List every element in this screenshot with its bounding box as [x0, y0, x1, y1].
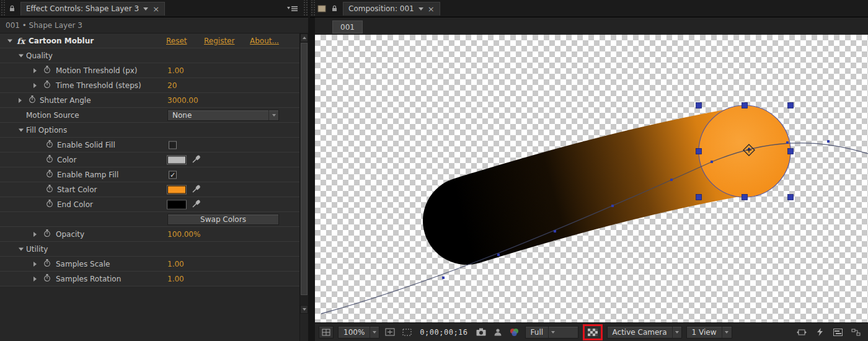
stopwatch-icon[interactable] — [43, 259, 51, 269]
reset-link[interactable]: Reset — [166, 37, 187, 45]
param-value[interactable]: 1.00 — [167, 66, 184, 75]
param-row-samples-rotation: Samples Rotation 1.00 — [0, 272, 299, 286]
scrollbar-track[interactable] — [300, 42, 308, 305]
panel-drag-gripper-right[interactable] — [303, 0, 308, 17]
stopwatch-icon[interactable] — [46, 155, 53, 165]
param-label: Motion Threshold (px) — [56, 66, 138, 75]
panel-divider[interactable] — [308, 0, 315, 341]
tab-effect-controls[interactable]: Effect Controls: Shape Layer 3 × — [20, 2, 165, 16]
lock-icon[interactable] — [6, 2, 18, 15]
stopwatch-icon[interactable] — [29, 95, 36, 105]
tab-title: Composition: 001 — [348, 4, 414, 13]
stopwatch-icon[interactable] — [43, 81, 51, 91]
close-icon[interactable]: × — [428, 5, 435, 13]
viewer-tab-strip: 001 — [315, 17, 868, 35]
eyedropper-icon[interactable] — [192, 185, 201, 195]
tab-dropdown-icon[interactable] — [418, 7, 423, 11]
scroll-up-button[interactable] — [300, 33, 308, 42]
twirl-closed-icon[interactable] — [33, 68, 37, 73]
chevron-down-icon[interactable] — [672, 327, 681, 338]
fast-previews-icon[interactable] — [813, 326, 826, 339]
twirl-closed-icon[interactable] — [33, 83, 37, 88]
effect-controls-scrollbar[interactable] — [299, 33, 308, 341]
close-icon[interactable]: × — [153, 5, 159, 13]
param-label: Color — [57, 156, 76, 164]
tab-title: Effect Controls: Shape Layer 3 — [26, 4, 139, 13]
param-value[interactable]: 1.00 — [167, 275, 184, 283]
stopwatch-icon[interactable] — [43, 66, 51, 76]
chevron-down-icon[interactable] — [722, 327, 731, 338]
scroll-down-button[interactable] — [300, 305, 308, 314]
twirl-closed-icon[interactable] — [19, 98, 22, 103]
twirl-closed-icon[interactable] — [33, 262, 37, 267]
about-link[interactable]: About... — [250, 37, 279, 45]
param-label: Samples Scale — [56, 260, 110, 268]
composition-viewport[interactable] — [315, 35, 868, 322]
param-row-color: Color — [0, 153, 299, 167]
end-color-swatch[interactable] — [167, 200, 186, 208]
timeline-icon[interactable] — [831, 326, 844, 339]
stopwatch-icon[interactable] — [43, 274, 51, 284]
swap-colors-button[interactable]: Swap Colors — [167, 214, 279, 225]
twirl-closed-icon[interactable] — [33, 232, 37, 237]
effect-header-row: fx Cartoon Moblur Reset Register About..… — [0, 33, 299, 48]
safe-margins-icon[interactable] — [384, 326, 396, 339]
panel-drag-gripper[interactable] — [310, 0, 316, 17]
view-layout-dropdown[interactable]: 1 View — [686, 326, 732, 339]
grid-options-icon[interactable] — [319, 326, 334, 339]
stopwatch-icon[interactable] — [46, 140, 53, 150]
toggle-transparency-grid-icon[interactable] — [585, 326, 601, 339]
scrollbar-thumb[interactable] — [301, 43, 308, 295]
resolution-value: Full — [526, 328, 549, 337]
effect-properties-list: fx Cartoon Moblur Reset Register About..… — [0, 33, 299, 341]
eyedropper-icon[interactable] — [192, 155, 201, 165]
stopwatch-icon[interactable] — [46, 170, 53, 180]
current-timecode[interactable]: 0;00;00;16 — [420, 328, 467, 337]
tab-dropdown-icon[interactable] — [143, 7, 148, 11]
param-value[interactable]: 1.00 — [167, 260, 184, 268]
twirl-open-icon[interactable] — [19, 54, 24, 57]
twirl-open-icon[interactable] — [7, 39, 12, 42]
twirl-open-icon[interactable] — [19, 247, 24, 250]
param-value[interactable]: 100.00% — [167, 230, 200, 239]
pixel-aspect-correction-icon[interactable] — [795, 326, 808, 339]
show-snapshot-icon[interactable] — [492, 326, 504, 339]
3d-view-dropdown[interactable]: Active Camera — [607, 326, 682, 339]
resolution-dropdown[interactable]: Full — [525, 326, 578, 339]
stopwatch-icon[interactable] — [46, 185, 53, 195]
chevron-down-icon[interactable] — [548, 327, 557, 338]
snapshot-camera-icon[interactable] — [475, 326, 487, 339]
start-color-swatch[interactable] — [167, 185, 186, 193]
chevron-down-icon[interactable] — [268, 110, 278, 120]
param-label: Start Color — [57, 185, 97, 194]
composition-canvas[interactable] — [315, 35, 868, 322]
chevron-down-icon[interactable] — [370, 327, 379, 338]
param-row-motion-threshold: Motion Threshold (px) 1.00 — [0, 63, 299, 78]
param-value[interactable]: 20 — [167, 81, 177, 90]
viewer-tab-001[interactable]: 001 — [332, 20, 363, 33]
tab-composition[interactable]: Composition: 001 × — [343, 2, 440, 16]
param-value[interactable]: 3000.00 — [167, 96, 198, 105]
panel-menu-icon[interactable] — [286, 2, 299, 15]
group-row-utility: Utility — [0, 242, 299, 257]
checkbox-enable-solid-fill[interactable] — [169, 141, 177, 149]
stopwatch-icon[interactable] — [43, 229, 51, 239]
param-label: Time Threshold (steps) — [56, 81, 141, 90]
lock-icon[interactable] — [328, 2, 340, 15]
eyedropper-icon[interactable] — [192, 200, 201, 210]
twirl-open-icon[interactable] — [19, 128, 24, 131]
region-of-interest-icon[interactable] — [401, 326, 413, 339]
stopwatch-icon[interactable] — [46, 200, 53, 210]
param-row-opacity: Opacity 100.00% — [0, 227, 299, 242]
flowchart-icon[interactable] — [849, 326, 862, 339]
show-channel-icon[interactable] — [508, 326, 521, 339]
motion-source-dropdown[interactable]: None — [167, 110, 279, 121]
scrollbar-corner — [300, 314, 308, 341]
magnification-dropdown[interactable]: 100% — [338, 326, 379, 339]
panel-drag-gripper[interactable] — [0, 0, 6, 17]
twirl-closed-icon[interactable] — [33, 277, 37, 281]
toolbar-right-icons — [795, 326, 864, 339]
register-link[interactable]: Register — [204, 37, 234, 45]
checkbox-enable-ramp-fill[interactable]: ✓ — [169, 170, 177, 179]
color-swatch[interactable] — [167, 156, 186, 164]
